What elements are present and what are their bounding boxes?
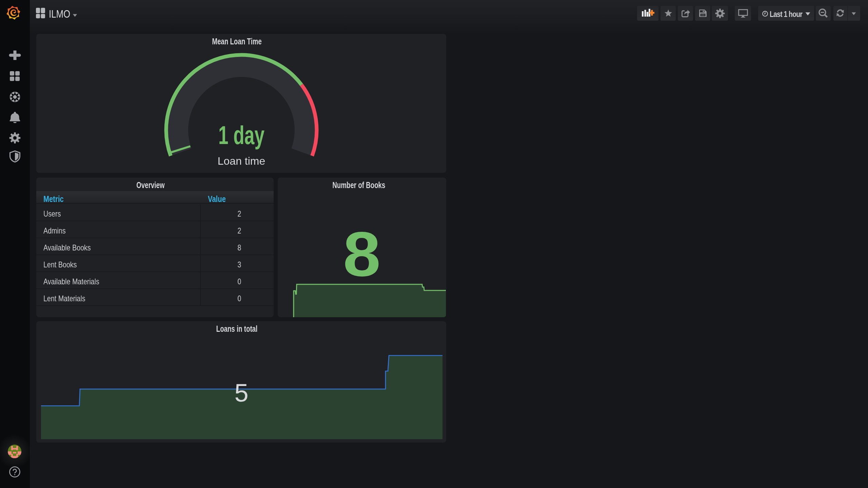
svg-text:Loan time: Loan time <box>218 155 265 167</box>
svg-text:8: 8 <box>343 219 381 289</box>
svg-text:5: 5 <box>234 379 248 407</box>
svg-text:1 day: 1 day <box>218 121 264 150</box>
